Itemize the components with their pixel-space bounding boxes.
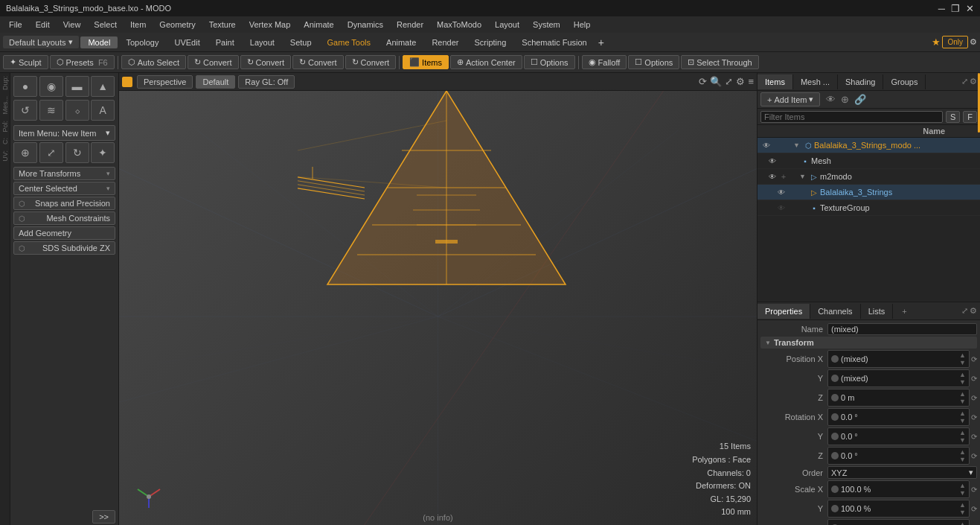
menu-select[interactable]: Select [88, 19, 123, 31]
eye-toggle-root[interactable]: 👁 [760, 139, 772, 151]
menu-render[interactable]: Render [391, 19, 429, 31]
auto-select-btn[interactable]: ⬡ Auto Select [121, 55, 186, 69]
layout-default-dropdown[interactable]: Default Layouts ▾ [3, 36, 79, 48]
menu-view[interactable]: View [57, 19, 87, 31]
transform-section[interactable]: ▼ Transform [760, 337, 977, 349]
rtab-expand-icon[interactable]: ⤢ [961, 77, 968, 86]
scale-x-field[interactable]: 100.0 % ▲▼ [827, 480, 970, 498]
snaps-precision-btn[interactable]: ⬡ Snaps and Precision [13, 197, 115, 210]
filter-f-btn[interactable]: F [963, 111, 977, 123]
pos-x-arrows[interactable]: ▲▼ [959, 351, 966, 366]
rotate-view-icon[interactable]: ⟳ [699, 76, 707, 87]
tool-icon-weld[interactable]: ⬦ [65, 100, 89, 121]
ptab-properties[interactable]: Properties [758, 304, 810, 319]
tool-icon-snap[interactable]: ✦ [91, 142, 115, 163]
add-geometry-btn[interactable]: Add Geometry [13, 226, 115, 240]
eye-toggle-balalaika[interactable]: 👁 [775, 186, 787, 198]
pos-y-arrows[interactable]: ▲▼ [959, 371, 966, 386]
layout-tab-paint[interactable]: Paint [208, 36, 242, 48]
eye-toggle-m2modo[interactable]: 👁 [766, 171, 778, 182]
tree-row-m2modo[interactable]: 👁 + ▼ ▷ m2modo [758, 169, 980, 185]
tree-row-root[interactable]: 👁 ▼ ⬡ Balalaika_3_Strings_modo ... [758, 138, 980, 153]
pos-z-link[interactable]: ⟳ [971, 394, 977, 402]
scale-z-field[interactable]: 100.0 % ▲▼ [827, 519, 970, 525]
tree-row-mesh[interactable]: 👁 ▪ Mesh [758, 153, 980, 169]
presets-btn[interactable]: ⬡ Presets F6 [50, 55, 115, 69]
perspective-btn[interactable]: Perspective [137, 75, 193, 89]
scale-y-link[interactable]: ⟳ [971, 505, 977, 513]
scale-z-arrows[interactable]: ▲▼ [959, 521, 966, 525]
order-dropdown[interactable]: XYZ ▾ [827, 466, 977, 479]
layout-tab-scripting[interactable]: Scripting [467, 36, 514, 48]
convert-btn-3[interactable]: ↻ Convert [292, 55, 344, 69]
scale-y-field[interactable]: 100.0 % ▲▼ [827, 500, 970, 518]
eye-toggle-texturegroup[interactable]: 👁 [775, 202, 787, 214]
tool-icon-circle[interactable]: ● [13, 76, 37, 97]
rot-z-link[interactable]: ⟳ [971, 452, 977, 460]
eye-icon[interactable]: 👁 [826, 94, 836, 105]
menu-system[interactable]: System [527, 19, 566, 31]
expand-panel-btn[interactable]: >> [92, 510, 115, 524]
filter-input[interactable] [760, 111, 943, 123]
menu-texture[interactable]: Texture [203, 19, 242, 31]
tree-row-balalaika[interactable]: 👁 ▷ Balalaika_3_Strings [758, 185, 980, 200]
layout-tab-layout[interactable]: Layout [243, 36, 282, 48]
add-item-btn[interactable]: + Add Item ▾ [760, 92, 820, 106]
menu-geometry[interactable]: Geometry [153, 19, 201, 31]
rot-z-field[interactable]: 0.0 ° ▲▼ [827, 447, 970, 465]
layout-tab-gametools[interactable]: Game Tools [320, 36, 379, 48]
menu-file[interactable]: File [3, 19, 28, 31]
pos-x-link[interactable]: ⟳ [971, 355, 977, 363]
layout-tab-render[interactable]: Render [424, 36, 466, 48]
tree-row-texturegroup[interactable]: 👁 ▪ TextureGroup [758, 200, 980, 216]
item-menu-dropdown[interactable]: Item Menu: New Item ▾ [13, 125, 115, 141]
tool-icon-text[interactable]: A [91, 100, 115, 121]
rtab-items[interactable]: Items [758, 74, 793, 89]
ray-gl-btn[interactable]: Ray GL: Off [238, 75, 295, 89]
layout-tab-setup[interactable]: Setup [283, 36, 319, 48]
convert-btn-1[interactable]: ↻ Convert [188, 55, 239, 69]
convert-btn-2[interactable]: ↻ Convert [240, 55, 292, 69]
sculpt-btn[interactable]: ✦ Sculpt [3, 55, 48, 69]
tool-icon-move[interactable]: ⊕ [13, 142, 37, 163]
options-btn-1[interactable]: ☐ Options [524, 55, 575, 69]
tool-icon-rotate[interactable]: ↺ [13, 100, 37, 121]
ptab-add[interactable]: + [896, 304, 912, 319]
rot-z-arrows[interactable]: ▲▼ [959, 448, 966, 463]
menu-animate[interactable]: Animate [298, 19, 339, 31]
menu-maxtomodo[interactable]: MaxToModo [431, 19, 487, 31]
tool-icon-scale[interactable]: ⤢ [39, 142, 63, 163]
convert-btn-4[interactable]: ↻ Convert [345, 55, 397, 69]
fit-icon[interactable]: ⤢ [725, 76, 733, 87]
more-transforms-btn[interactable]: More Transforms ▾ [13, 167, 115, 180]
eye-toggle-mesh[interactable]: 👁 [766, 155, 778, 167]
layout-tab-schematic[interactable]: Schematic Fusion [514, 36, 594, 48]
viewport-menu-icon[interactable]: ≡ [748, 76, 754, 87]
props-settings-icon[interactable]: ⚙ [970, 306, 977, 316]
layout-tab-model[interactable]: Model [80, 36, 118, 48]
filter-s-btn[interactable]: S [946, 111, 960, 123]
zoom-icon[interactable]: 🔍 [710, 76, 722, 87]
pos-z-arrows[interactable]: ▲▼ [959, 390, 966, 405]
scale-x-link[interactable]: ⟳ [971, 486, 977, 494]
menu-dynamics[interactable]: Dynamics [342, 19, 389, 31]
tool-icon-cylinder[interactable]: ▬ [65, 76, 89, 97]
layout-tab-uvedit[interactable]: UVEdit [167, 36, 207, 48]
pos-z-field[interactable]: 0 m ▲▼ [827, 389, 970, 407]
close-btn[interactable]: ✕ [966, 3, 974, 14]
rtab-settings-icon[interactable]: ⚙ [970, 77, 977, 86]
layout-tab-animate[interactable]: Animate [379, 36, 423, 48]
pos-y-link[interactable]: ⟳ [971, 375, 977, 383]
maximize-btn[interactable]: ❐ [951, 3, 960, 14]
options-btn-2[interactable]: ☐ Options [628, 55, 679, 69]
rot-x-field[interactable]: 0.0 ° ▲▼ [827, 408, 970, 426]
layout-gear-icon[interactable]: ⚙ [970, 37, 977, 47]
action-center-btn[interactable]: ⊕ Action Center [450, 55, 522, 69]
props-expand-icon[interactable]: ⤢ [961, 306, 968, 316]
pos-y-field[interactable]: (mixed) ▲▼ [827, 369, 970, 387]
layout-tab-topology[interactable]: Topology [118, 36, 166, 48]
minimize-btn[interactable]: ─ [938, 3, 945, 14]
plus-icon[interactable]: ⊕ [841, 94, 849, 105]
rot-y-arrows[interactable]: ▲▼ [959, 429, 966, 444]
menu-help[interactable]: Help [568, 19, 597, 31]
